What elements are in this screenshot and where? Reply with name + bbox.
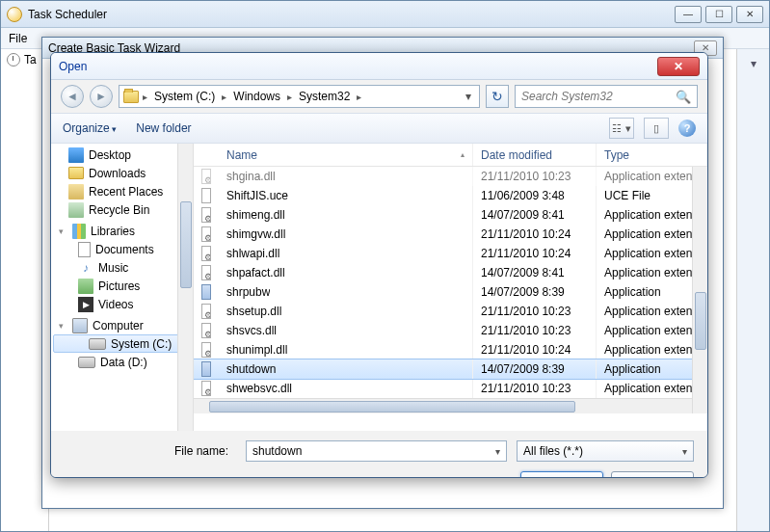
filename-combo[interactable]: ▾ xyxy=(246,440,507,462)
drive-icon xyxy=(89,338,106,350)
file-name: ShiftJIS.uce xyxy=(226,189,288,202)
file-date: 14/07/2009 8:39 xyxy=(481,285,565,299)
file-row[interactable]: shpafact.dll14/07/2009 8:41Application e… xyxy=(194,263,707,282)
desktop-icon xyxy=(68,147,84,163)
file-name: shsetup.dll xyxy=(226,305,281,318)
search-box[interactable]: 🔍 xyxy=(515,85,698,108)
scrollbar-thumb[interactable] xyxy=(180,201,192,288)
tree-libraries[interactable]: ▾Libraries xyxy=(51,219,193,240)
col-date[interactable]: Date modified xyxy=(473,144,597,166)
ts-title: Task Scheduler xyxy=(28,8,107,21)
file-icon xyxy=(201,323,211,338)
drive-icon xyxy=(78,357,95,368)
tree-videos[interactable]: ▶Videos xyxy=(51,295,193,313)
scrollbar-thumb[interactable] xyxy=(695,292,706,350)
open-title: Open xyxy=(59,60,87,73)
view-options-button[interactable]: ☷ ▾ xyxy=(609,118,634,139)
file-row[interactable]: ShiftJIS.uce11/06/2009 3:48UCE File xyxy=(194,186,707,205)
chevron-down-icon[interactable]: ▾ xyxy=(751,57,757,531)
collapse-icon[interactable]: ▾ xyxy=(59,226,67,236)
nav-forward-button[interactable]: ► xyxy=(90,85,113,108)
tree-desktop[interactable]: Desktop xyxy=(51,146,193,164)
file-icon xyxy=(201,246,211,261)
file-row[interactable]: shgina.dll21/11/2010 10:23Application ex… xyxy=(194,167,707,186)
tree-downloads[interactable]: Downloads xyxy=(51,164,193,182)
file-icon xyxy=(201,304,211,319)
file-row[interactable]: shutdown14/07/2009 8:39Application xyxy=(194,359,707,379)
breadcrumb-windows[interactable]: Windows xyxy=(230,90,283,103)
tree-recent[interactable]: Recent Places xyxy=(51,182,193,200)
chevron-right-icon: ▸ xyxy=(285,92,294,102)
tree-documents[interactable]: Documents xyxy=(51,240,193,258)
dialog-bottom: File name: ▾ All files (*.*) ▾ Open▾ Can… xyxy=(51,431,707,478)
file-row[interactable]: shunimpl.dll21/11/2010 10:24Application … xyxy=(194,340,707,359)
file-filter-combo[interactable]: All files (*.*) ▾ xyxy=(517,440,694,462)
organize-menu[interactable]: Organize xyxy=(63,121,117,135)
col-icon[interactable] xyxy=(194,144,219,166)
maximize-button[interactable]: ☐ xyxy=(705,6,732,23)
file-row[interactable]: shrpubw14/07/2009 8:39Application xyxy=(194,282,707,302)
file-type: Application exten xyxy=(604,324,692,337)
list-vscrollbar[interactable] xyxy=(692,167,707,413)
collapse-icon[interactable]: ▾ xyxy=(59,321,67,331)
tree-data-d[interactable]: Data (D:) xyxy=(51,353,193,371)
tree-computer[interactable]: ▾Computer xyxy=(51,313,193,334)
tree-system-c[interactable]: System (C:) xyxy=(53,334,191,353)
filename-input[interactable] xyxy=(252,444,495,458)
file-row[interactable]: shwebsvc.dll21/11/2010 10:23Application … xyxy=(194,379,707,398)
tree-recycle[interactable]: Recycle Bin xyxy=(51,200,193,219)
file-row[interactable]: shimgvw.dll21/11/2010 10:24Application e… xyxy=(194,225,707,244)
address-bar[interactable]: ▸ System (C:) ▸ Windows ▸ System32 ▸ ▾ xyxy=(119,85,480,108)
close-button[interactable]: ✕ xyxy=(736,6,763,23)
file-date: 21/11/2010 10:24 xyxy=(481,227,571,241)
file-name: shunimpl.dll xyxy=(226,343,287,357)
breadcrumb-system-c[interactable]: System (C:) xyxy=(151,90,218,103)
col-name[interactable]: Name xyxy=(219,144,473,166)
recent-icon xyxy=(68,184,84,200)
file-icon xyxy=(201,188,211,203)
filter-dropdown[interactable]: ▾ xyxy=(682,446,687,457)
open-close-button[interactable]: ✕ xyxy=(657,57,700,76)
file-name: shpafact.dll xyxy=(226,266,285,279)
cancel-button[interactable]: Cancel xyxy=(611,471,694,478)
file-row[interactable]: shimeng.dll14/07/2009 8:41Application ex… xyxy=(194,205,707,225)
filename-dropdown[interactable]: ▾ xyxy=(495,446,500,457)
refresh-button[interactable]: ↻ xyxy=(486,85,509,108)
computer-icon xyxy=(72,318,88,333)
minimize-button[interactable]: — xyxy=(675,6,702,23)
nav-back-button[interactable]: ◄ xyxy=(61,85,84,108)
folder-icon xyxy=(123,91,139,103)
tree-pictures[interactable]: Pictures xyxy=(51,277,193,295)
menu-file[interactable]: File xyxy=(9,32,27,45)
tree-music[interactable]: ♪Music xyxy=(51,258,193,277)
file-date: 14/07/2009 8:39 xyxy=(481,362,565,376)
col-type[interactable]: Type xyxy=(597,144,707,166)
file-icon xyxy=(201,381,211,396)
help-button[interactable]: ? xyxy=(678,120,696,137)
search-icon: 🔍 xyxy=(676,90,691,104)
videos-icon: ▶ xyxy=(78,297,93,312)
scrollbar-thumb[interactable] xyxy=(209,401,575,412)
file-row[interactable]: shsvcs.dll21/11/2010 10:23Application ex… xyxy=(194,321,707,340)
preview-pane-button[interactable]: ▯ xyxy=(644,118,669,139)
open-button[interactable]: Open▾ xyxy=(520,471,603,478)
file-icon xyxy=(201,284,211,300)
new-folder-button[interactable]: New folder xyxy=(136,121,191,135)
address-dropdown[interactable]: ▾ xyxy=(462,90,475,103)
folder-icon xyxy=(68,167,84,179)
file-type: Application exten xyxy=(604,266,692,279)
file-row[interactable]: shsetup.dll21/11/2010 10:23Application e… xyxy=(194,302,707,321)
file-list: Name Date modified Type shgina.dll21/11/… xyxy=(194,144,707,431)
file-icon xyxy=(201,361,211,377)
tree-scrollbar[interactable] xyxy=(177,144,193,431)
file-type: Application exten xyxy=(604,208,692,222)
file-name: shrpubw xyxy=(226,285,270,299)
clock-icon xyxy=(7,53,20,66)
file-row[interactable]: shlwapi.dll21/11/2010 10:24Application e… xyxy=(194,244,707,263)
file-date: 14/07/2009 8:41 xyxy=(481,266,565,279)
search-input[interactable] xyxy=(521,90,676,103)
list-hscrollbar[interactable] xyxy=(194,398,692,413)
file-date: 21/11/2010 10:23 xyxy=(481,382,571,395)
breadcrumb-system32[interactable]: System32 xyxy=(296,90,353,103)
file-name: shwebsvc.dll xyxy=(226,382,292,395)
